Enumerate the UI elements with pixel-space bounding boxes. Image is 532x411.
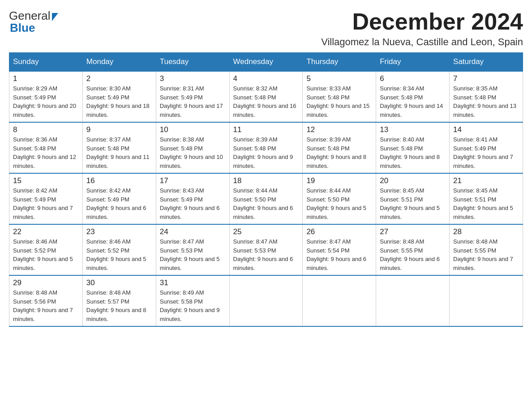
day-header-friday: Friday <box>376 53 450 72</box>
day-info: Sunrise: 8:35 AMSunset: 5:48 PMDaylight:… <box>453 85 516 118</box>
day-info: Sunrise: 8:41 AMSunset: 5:49 PMDaylight:… <box>453 136 513 169</box>
day-number: 12 <box>306 125 372 134</box>
day-number: 25 <box>233 227 299 236</box>
day-info: Sunrise: 8:48 AMSunset: 5:57 PMDaylight:… <box>86 289 146 322</box>
calendar-cell: 1Sunrise: 8:29 AMSunset: 5:49 PMDaylight… <box>9 71 83 122</box>
calendar-cell: 25Sunrise: 8:47 AMSunset: 5:53 PMDayligh… <box>229 224 303 275</box>
day-number: 18 <box>233 176 299 185</box>
calendar-cell <box>450 275 523 326</box>
day-info: Sunrise: 8:42 AMSunset: 5:49 PMDaylight:… <box>86 187 146 220</box>
week-row-3: 15Sunrise: 8:42 AMSunset: 5:49 PMDayligh… <box>9 173 523 224</box>
day-number: 15 <box>13 176 79 185</box>
day-info: Sunrise: 8:48 AMSunset: 5:55 PMDaylight:… <box>453 238 513 271</box>
title-area: December 2024 Villagomez la Nueva, Casti… <box>321 9 523 48</box>
logo: General Blue <box>9 9 58 35</box>
day-info: Sunrise: 8:45 AMSunset: 5:51 PMDaylight:… <box>380 187 440 220</box>
calendar-cell: 6Sunrise: 8:34 AMSunset: 5:48 PMDaylight… <box>376 71 450 122</box>
calendar-cell: 30Sunrise: 8:48 AMSunset: 5:57 PMDayligh… <box>82 275 156 326</box>
day-info: Sunrise: 8:43 AMSunset: 5:49 PMDaylight:… <box>160 187 220 220</box>
day-info: Sunrise: 8:39 AMSunset: 5:48 PMDaylight:… <box>233 136 293 169</box>
day-header-sunday: Sunday <box>9 53 83 72</box>
day-number: 6 <box>380 74 446 83</box>
location-title: Villagomez la Nueva, Castille and Leon, … <box>321 36 523 48</box>
week-row-5: 29Sunrise: 8:48 AMSunset: 5:56 PMDayligh… <box>9 275 523 326</box>
calendar-table: SundayMondayTuesdayWednesdayThursdayFrid… <box>9 52 523 327</box>
day-number: 27 <box>380 227 446 236</box>
day-number: 14 <box>453 125 519 134</box>
day-info: Sunrise: 8:48 AMSunset: 5:56 PMDaylight:… <box>13 289 73 322</box>
calendar-cell: 20Sunrise: 8:45 AMSunset: 5:51 PMDayligh… <box>376 173 450 224</box>
day-number: 3 <box>160 74 226 83</box>
calendar-cell: 12Sunrise: 8:39 AMSunset: 5:48 PMDayligh… <box>303 122 376 173</box>
calendar-cell: 22Sunrise: 8:46 AMSunset: 5:52 PMDayligh… <box>9 224 83 275</box>
calendar-cell: 17Sunrise: 8:43 AMSunset: 5:49 PMDayligh… <box>156 173 229 224</box>
day-number: 21 <box>453 176 519 185</box>
calendar-cell: 2Sunrise: 8:30 AMSunset: 5:49 PMDaylight… <box>82 71 156 122</box>
day-number: 10 <box>160 125 226 134</box>
day-header-wednesday: Wednesday <box>229 53 303 72</box>
day-number: 7 <box>453 74 519 83</box>
day-number: 28 <box>453 227 519 236</box>
day-info: Sunrise: 8:42 AMSunset: 5:49 PMDaylight:… <box>13 187 73 220</box>
day-info: Sunrise: 8:29 AMSunset: 5:49 PMDaylight:… <box>13 85 76 118</box>
calendar-cell: 31Sunrise: 8:49 AMSunset: 5:58 PMDayligh… <box>156 275 229 326</box>
day-number: 23 <box>86 227 152 236</box>
day-info: Sunrise: 8:37 AMSunset: 5:48 PMDaylight:… <box>86 136 150 169</box>
week-row-1: 1Sunrise: 8:29 AMSunset: 5:49 PMDaylight… <box>9 71 523 122</box>
day-number: 30 <box>86 278 152 287</box>
day-number: 4 <box>233 74 299 83</box>
calendar-cell: 11Sunrise: 8:39 AMSunset: 5:48 PMDayligh… <box>229 122 303 173</box>
day-info: Sunrise: 8:47 AMSunset: 5:53 PMDaylight:… <box>160 238 220 271</box>
day-number: 11 <box>233 125 299 134</box>
calendar-cell: 28Sunrise: 8:48 AMSunset: 5:55 PMDayligh… <box>450 224 523 275</box>
day-info: Sunrise: 8:44 AMSunset: 5:50 PMDaylight:… <box>306 187 366 220</box>
day-number: 19 <box>306 176 372 185</box>
calendar-cell: 29Sunrise: 8:48 AMSunset: 5:56 PMDayligh… <box>9 275 83 326</box>
day-info: Sunrise: 8:30 AMSunset: 5:49 PMDaylight:… <box>86 85 150 118</box>
day-number: 5 <box>306 74 372 83</box>
day-number: 2 <box>86 74 152 83</box>
calendar-cell: 9Sunrise: 8:37 AMSunset: 5:48 PMDaylight… <box>82 122 156 173</box>
week-row-4: 22Sunrise: 8:46 AMSunset: 5:52 PMDayligh… <box>9 224 523 275</box>
header-row: SundayMondayTuesdayWednesdayThursdayFrid… <box>9 53 523 72</box>
calendar-cell <box>229 275 303 326</box>
day-number: 8 <box>13 125 79 134</box>
day-info: Sunrise: 8:44 AMSunset: 5:50 PMDaylight:… <box>233 187 293 220</box>
calendar-cell: 3Sunrise: 8:31 AMSunset: 5:49 PMDaylight… <box>156 71 229 122</box>
calendar-cell: 13Sunrise: 8:40 AMSunset: 5:48 PMDayligh… <box>376 122 450 173</box>
day-info: Sunrise: 8:45 AMSunset: 5:51 PMDaylight:… <box>453 187 513 220</box>
day-info: Sunrise: 8:49 AMSunset: 5:58 PMDaylight:… <box>160 289 220 322</box>
day-number: 24 <box>160 227 226 236</box>
month-title: December 2024 <box>321 9 523 34</box>
day-number: 29 <box>13 278 79 287</box>
calendar-cell <box>376 275 450 326</box>
calendar-cell: 23Sunrise: 8:46 AMSunset: 5:52 PMDayligh… <box>82 224 156 275</box>
logo-arrow-icon <box>52 13 58 21</box>
calendar-cell: 26Sunrise: 8:47 AMSunset: 5:54 PMDayligh… <box>303 224 376 275</box>
calendar-cell: 16Sunrise: 8:42 AMSunset: 5:49 PMDayligh… <box>82 173 156 224</box>
day-info: Sunrise: 8:47 AMSunset: 5:54 PMDaylight:… <box>306 238 366 271</box>
day-number: 1 <box>13 74 79 83</box>
calendar-cell: 5Sunrise: 8:33 AMSunset: 5:48 PMDaylight… <box>303 71 376 122</box>
day-info: Sunrise: 8:40 AMSunset: 5:48 PMDaylight:… <box>380 136 440 169</box>
calendar-cell <box>303 275 376 326</box>
day-number: 17 <box>160 176 226 185</box>
day-number: 31 <box>160 278 226 287</box>
day-header-thursday: Thursday <box>303 53 376 72</box>
calendar-cell: 27Sunrise: 8:48 AMSunset: 5:55 PMDayligh… <box>376 224 450 275</box>
day-number: 26 <box>306 227 372 236</box>
logo-blue-text: Blue <box>10 21 35 35</box>
calendar-cell: 19Sunrise: 8:44 AMSunset: 5:50 PMDayligh… <box>303 173 376 224</box>
day-info: Sunrise: 8:39 AMSunset: 5:48 PMDaylight:… <box>306 136 366 169</box>
day-header-saturday: Saturday <box>450 53 523 72</box>
day-info: Sunrise: 8:38 AMSunset: 5:48 PMDaylight:… <box>160 136 223 169</box>
day-number: 16 <box>86 176 152 185</box>
calendar-cell: 14Sunrise: 8:41 AMSunset: 5:49 PMDayligh… <box>450 122 523 173</box>
day-number: 20 <box>380 176 446 185</box>
calendar-cell: 18Sunrise: 8:44 AMSunset: 5:50 PMDayligh… <box>229 173 303 224</box>
day-info: Sunrise: 8:48 AMSunset: 5:55 PMDaylight:… <box>380 238 440 271</box>
day-info: Sunrise: 8:33 AMSunset: 5:48 PMDaylight:… <box>306 85 369 118</box>
day-number: 22 <box>13 227 79 236</box>
day-info: Sunrise: 8:32 AMSunset: 5:48 PMDaylight:… <box>233 85 296 118</box>
calendar-cell: 15Sunrise: 8:42 AMSunset: 5:49 PMDayligh… <box>9 173 83 224</box>
